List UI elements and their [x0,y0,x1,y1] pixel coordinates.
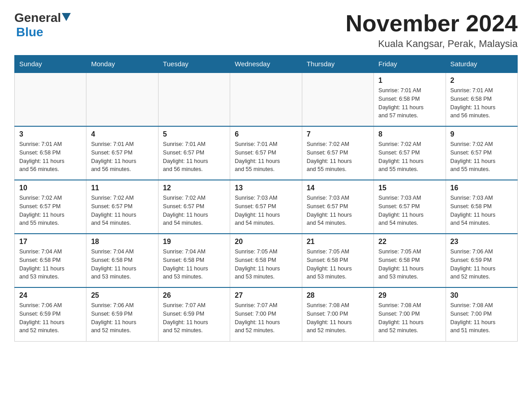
calendar-cell [15,73,86,126]
day-info: Sunrise: 7:02 AMSunset: 6:57 PMDaylight:… [450,140,513,174]
day-info: Sunrise: 7:03 AMSunset: 6:57 PMDaylight:… [235,194,297,227]
day-info: Sunrise: 7:08 AMSunset: 7:00 PMDaylight:… [307,301,369,335]
day-info: Sunrise: 7:02 AMSunset: 6:57 PMDaylight:… [19,194,82,227]
day-info: Sunrise: 7:02 AMSunset: 6:57 PMDaylight:… [163,194,225,227]
day-info: Sunrise: 7:01 AMSunset: 6:57 PMDaylight:… [163,140,225,174]
day-number: 29 [378,291,441,300]
week-row-1: 1Sunrise: 7:01 AMSunset: 6:58 PMDaylight… [15,73,518,126]
calendar-cell: 26Sunrise: 7:07 AMSunset: 6:59 PMDayligh… [158,287,230,341]
day-info: Sunrise: 7:06 AMSunset: 6:59 PMDaylight:… [450,248,513,281]
day-number: 24 [19,291,82,300]
day-header-wednesday: Wednesday [230,56,302,73]
day-info: Sunrise: 7:01 AMSunset: 6:57 PMDaylight:… [235,140,297,174]
calendar-cell: 8Sunrise: 7:02 AMSunset: 6:57 PMDaylight… [374,126,446,180]
calendar-cell: 15Sunrise: 7:03 AMSunset: 6:57 PMDayligh… [374,180,446,234]
calendar-cell [158,73,230,126]
calendar-cell: 27Sunrise: 7:07 AMSunset: 7:00 PMDayligh… [230,287,302,341]
logo-blue-text: Blue [16,25,43,39]
day-info: Sunrise: 7:08 AMSunset: 7:00 PMDaylight:… [378,301,441,335]
title-area: November 2024 Kuala Kangsar, Perak, Mala… [346,11,518,50]
calendar-cell: 11Sunrise: 7:02 AMSunset: 6:57 PMDayligh… [86,180,158,234]
day-number: 13 [235,184,297,192]
day-number: 8 [378,130,441,138]
day-info: Sunrise: 7:01 AMSunset: 6:58 PMDaylight:… [450,86,513,120]
day-number: 9 [450,130,513,138]
calendar-cell: 13Sunrise: 7:03 AMSunset: 6:57 PMDayligh… [230,180,302,234]
day-header-thursday: Thursday [302,56,373,73]
day-number: 2 [450,77,513,85]
week-row-5: 24Sunrise: 7:06 AMSunset: 6:59 PMDayligh… [15,287,518,341]
calendar-cell: 1Sunrise: 7:01 AMSunset: 6:58 PMDaylight… [374,73,446,126]
calendar-cell [302,73,373,126]
day-number: 30 [450,291,513,300]
day-number: 16 [450,184,513,192]
day-number: 14 [307,184,369,192]
day-header-friday: Friday [374,56,446,73]
day-info: Sunrise: 7:04 AMSunset: 6:58 PMDaylight:… [19,248,82,281]
day-number: 4 [91,130,153,138]
calendar-cell: 4Sunrise: 7:01 AMSunset: 6:57 PMDaylight… [86,126,158,180]
day-info: Sunrise: 7:06 AMSunset: 6:59 PMDaylight:… [91,301,153,335]
location-title: Kuala Kangsar, Perak, Malaysia [346,38,518,50]
day-header-sunday: Sunday [15,56,86,73]
day-info: Sunrise: 7:05 AMSunset: 6:58 PMDaylight:… [378,248,441,281]
day-info: Sunrise: 7:04 AMSunset: 6:58 PMDaylight:… [91,248,153,281]
logo-general-text: General [14,11,61,25]
calendar-cell: 18Sunrise: 7:04 AMSunset: 6:58 PMDayligh… [86,234,158,287]
logo-triangle-icon [62,13,71,21]
day-info: Sunrise: 7:01 AMSunset: 6:58 PMDaylight:… [378,86,441,120]
week-row-2: 3Sunrise: 7:01 AMSunset: 6:58 PMDaylight… [15,126,518,180]
day-info: Sunrise: 7:04 AMSunset: 6:58 PMDaylight:… [163,248,225,281]
day-info: Sunrise: 7:05 AMSunset: 6:58 PMDaylight:… [307,248,369,281]
day-number: 11 [91,184,153,192]
calendar-cell: 5Sunrise: 7:01 AMSunset: 6:57 PMDaylight… [158,126,230,180]
calendar-cell: 14Sunrise: 7:03 AMSunset: 6:57 PMDayligh… [302,180,373,234]
day-number: 5 [163,130,225,138]
calendar-cell: 19Sunrise: 7:04 AMSunset: 6:58 PMDayligh… [158,234,230,287]
day-info: Sunrise: 7:03 AMSunset: 6:57 PMDaylight:… [378,194,441,227]
calendar-cell: 24Sunrise: 7:06 AMSunset: 6:59 PMDayligh… [15,287,86,341]
day-number: 1 [378,77,441,85]
month-title: November 2024 [346,11,518,36]
day-info: Sunrise: 7:07 AMSunset: 6:59 PMDaylight:… [163,301,225,335]
day-info: Sunrise: 7:05 AMSunset: 6:58 PMDaylight:… [235,248,297,281]
calendar-cell: 30Sunrise: 7:08 AMSunset: 7:00 PMDayligh… [446,287,517,341]
day-number: 15 [378,184,441,192]
day-number: 26 [163,291,225,300]
calendar-cell [230,73,302,126]
day-number: 7 [307,130,369,138]
day-info: Sunrise: 7:06 AMSunset: 6:59 PMDaylight:… [19,301,82,335]
week-row-4: 17Sunrise: 7:04 AMSunset: 6:58 PMDayligh… [15,234,518,287]
calendar-cell: 12Sunrise: 7:02 AMSunset: 6:57 PMDayligh… [158,180,230,234]
day-number: 10 [19,184,82,192]
calendar-cell: 16Sunrise: 7:03 AMSunset: 6:58 PMDayligh… [446,180,517,234]
page-header: General Blue November 2024 Kuala Kangsar… [14,11,518,50]
day-header-saturday: Saturday [446,56,517,73]
day-number: 3 [19,130,82,138]
day-header-monday: Monday [86,56,158,73]
days-header-row: SundayMondayTuesdayWednesdayThursdayFrid… [15,56,518,73]
calendar-cell: 3Sunrise: 7:01 AMSunset: 6:58 PMDaylight… [15,126,86,180]
calendar-cell: 22Sunrise: 7:05 AMSunset: 6:58 PMDayligh… [374,234,446,287]
calendar-cell: 23Sunrise: 7:06 AMSunset: 6:59 PMDayligh… [446,234,517,287]
day-number: 19 [163,238,225,246]
day-info: Sunrise: 7:02 AMSunset: 6:57 PMDaylight:… [307,140,369,174]
day-number: 18 [91,238,153,246]
day-info: Sunrise: 7:08 AMSunset: 7:00 PMDaylight:… [450,301,513,335]
calendar-cell: 20Sunrise: 7:05 AMSunset: 6:58 PMDayligh… [230,234,302,287]
calendar-cell [86,73,158,126]
calendar-cell: 29Sunrise: 7:08 AMSunset: 7:00 PMDayligh… [374,287,446,341]
day-info: Sunrise: 7:02 AMSunset: 6:57 PMDaylight:… [378,140,441,174]
calendar-cell: 7Sunrise: 7:02 AMSunset: 6:57 PMDaylight… [302,126,373,180]
day-info: Sunrise: 7:07 AMSunset: 7:00 PMDaylight:… [235,301,297,335]
day-number: 25 [91,291,153,300]
day-number: 17 [19,238,82,246]
calendar-cell: 2Sunrise: 7:01 AMSunset: 6:58 PMDaylight… [446,73,517,126]
calendar-cell: 21Sunrise: 7:05 AMSunset: 6:58 PMDayligh… [302,234,373,287]
calendar-cell: 10Sunrise: 7:02 AMSunset: 6:57 PMDayligh… [15,180,86,234]
logo: General Blue [14,11,71,39]
day-info: Sunrise: 7:03 AMSunset: 6:57 PMDaylight:… [307,194,369,227]
calendar-cell: 28Sunrise: 7:08 AMSunset: 7:00 PMDayligh… [302,287,373,341]
calendar-cell: 17Sunrise: 7:04 AMSunset: 6:58 PMDayligh… [15,234,86,287]
calendar-cell: 9Sunrise: 7:02 AMSunset: 6:57 PMDaylight… [446,126,517,180]
